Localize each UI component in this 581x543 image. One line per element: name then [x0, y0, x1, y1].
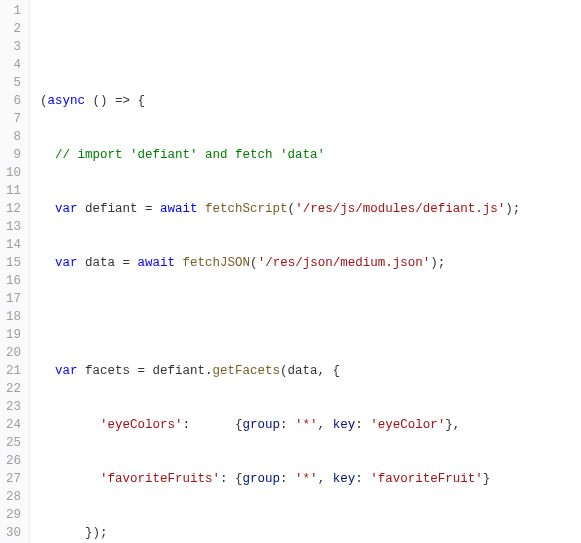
line-number: 11 — [6, 182, 21, 200]
line-number: 23 — [6, 398, 21, 416]
line-number: 21 — [6, 362, 21, 380]
code-editor: 1 2 3 4 5 6 7 8 9 10 11 12 13 14 15 16 1… — [0, 0, 581, 543]
code-line: (async () => { — [40, 92, 581, 110]
line-number: 29 — [6, 506, 21, 524]
line-number: 28 — [6, 488, 21, 506]
line-number: 17 — [6, 290, 21, 308]
line-number: 5 — [6, 74, 21, 92]
line-number: 9 — [6, 146, 21, 164]
code-line: var facets = defiant.getFacets(data, { — [40, 362, 581, 380]
line-number: 13 — [6, 218, 21, 236]
line-number: 19 — [6, 326, 21, 344]
line-number: 30 — [6, 524, 21, 542]
code-line: }); — [40, 524, 581, 542]
code-line: 'eyeColors': {group: '*', key: 'eyeColor… — [40, 416, 581, 434]
code-line — [40, 38, 581, 56]
line-number: 3 — [6, 38, 21, 56]
line-number: 26 — [6, 452, 21, 470]
line-number: 6 — [6, 92, 21, 110]
line-number: 7 — [6, 110, 21, 128]
line-number: 24 — [6, 416, 21, 434]
code-line: var data = await fetchJSON('/res/json/me… — [40, 254, 581, 272]
line-number: 25 — [6, 434, 21, 452]
line-number: 10 — [6, 164, 21, 182]
code-line: 'favoriteFruits': {group: '*', key: 'fav… — [40, 470, 581, 488]
line-number: 22 — [6, 380, 21, 398]
line-number: 14 — [6, 236, 21, 254]
line-number: 16 — [6, 272, 21, 290]
code-line: // import 'defiant' and fetch 'data' — [40, 146, 581, 164]
line-number-gutter: 1 2 3 4 5 6 7 8 9 10 11 12 13 14 15 16 1… — [0, 0, 30, 543]
line-number: 12 — [6, 200, 21, 218]
code-content[interactable]: (async () => { // import 'defiant' and f… — [30, 0, 581, 543]
line-number: 27 — [6, 470, 21, 488]
line-number: 18 — [6, 308, 21, 326]
code-line — [40, 308, 581, 326]
line-number: 2 — [6, 20, 21, 38]
line-number: 1 — [6, 2, 21, 20]
line-number: 8 — [6, 128, 21, 146]
code-line: var defiant = await fetchScript('/res/js… — [40, 200, 581, 218]
line-number: 4 — [6, 56, 21, 74]
line-number: 15 — [6, 254, 21, 272]
line-number: 20 — [6, 344, 21, 362]
